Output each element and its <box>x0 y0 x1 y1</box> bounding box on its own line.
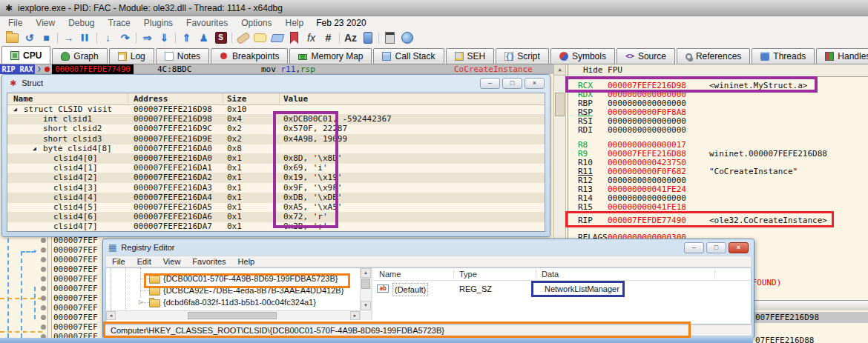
tab-source[interactable]: <>Source <box>617 48 675 64</box>
menu-favourites[interactable]: Favourites <box>180 18 234 28</box>
struct-row[interactable]: clsid4[7]000007FEFE216DA70x10x3B, ';' <box>7 222 545 232</box>
menu-plugins[interactable]: Plugins <box>137 18 180 28</box>
expand-arrow-icon[interactable]: ▷ <box>139 296 143 308</box>
struct-row[interactable]: int clsid1000007FEFE216D980x40xDCB00C01,… <box>7 114 545 124</box>
tab-seh[interactable]: SEH <box>446 48 495 64</box>
struct-row[interactable]: clsid4[4]000007FEFE216DA40x10xDB, '\xDB' <box>7 193 545 203</box>
stack-selected-row[interactable]: 007FEFE216D98 <box>752 312 868 323</box>
tree-expander-icon[interactable]: ◢ <box>13 104 17 114</box>
breakpoint-dot-icon[interactable] <box>45 67 50 72</box>
memory-icon[interactable] <box>381 30 398 45</box>
scrollbar-thumb[interactable] <box>555 93 565 116</box>
scroll-down-icon[interactable]: ▼ <box>361 301 371 310</box>
calculator-icon[interactable] <box>359 30 376 45</box>
menu-debug[interactable]: Debug <box>62 18 101 28</box>
column-header-address[interactable]: Address <box>134 93 168 104</box>
step-into-icon[interactable]: ↓ <box>99 30 116 45</box>
registry-menu-file[interactable]: File <box>106 257 131 266</box>
menu-help[interactable]: Help <box>279 18 311 28</box>
struct-row[interactable]: clsid4[1]000007FEFE216DA10x10x69, 'i' <box>7 163 545 173</box>
pane-divider[interactable] <box>371 268 372 320</box>
column-header-name[interactable]: Name <box>379 268 401 280</box>
font-icon[interactable]: Aᴢ <box>342 30 359 45</box>
step-over-icon[interactable]: ↷ <box>116 30 134 45</box>
menu-file[interactable]: File <box>1 18 29 28</box>
pause-icon[interactable]: ▌▌ <box>77 30 94 45</box>
registry-titlebar[interactable]: ▦ Registry Editor <box>103 239 754 255</box>
tab-script[interactable]: {}Script <box>496 48 549 64</box>
tab-breakpoints[interactable]: Breakpoints <box>211 48 288 64</box>
label-icon[interactable] <box>269 30 286 45</box>
title-bar[interactable]: ✱ iexplore.exe - PID: FAC - Module: ole3… <box>0 0 868 16</box>
menu-options[interactable]: Options <box>234 18 278 28</box>
registry-value-row[interactable]: ab (Default) REG_SZ NetworkListManager <box>373 283 751 295</box>
menu-view[interactable]: View <box>29 18 62 28</box>
minimize-button[interactable]: – <box>480 78 500 89</box>
hide-fpu-button[interactable]: Hide FPU <box>568 64 868 77</box>
minimize-button[interactable]: – <box>684 242 704 253</box>
maximize-button[interactable]: □ <box>502 78 522 89</box>
register-r15[interactable]: R15000000000041FE18 <box>568 203 868 212</box>
tab-notes[interactable]: Notes <box>156 48 209 64</box>
struct-row[interactable]: short clsid3000007FEFE216D9E0x20x4A9B, 1… <box>7 134 545 144</box>
hash-icon[interactable]: # <box>320 30 337 45</box>
struct-row[interactable]: clsid4[0]000007FEFE216DA00x10x8D, '\x8D' <box>7 153 545 164</box>
tab-symbols[interactable]: Symbols <box>550 48 615 64</box>
struct-row[interactable]: clsid4[3]000007FEFE216DA30x10x9F, '\x9F' <box>7 183 545 193</box>
internet-icon[interactable] <box>398 30 415 45</box>
tab-references[interactable]: References <box>677 48 750 64</box>
tree-item[interactable]: {DCBCA92E-7DBE-4eda-8B7B-3AAEA4DD412B} <box>106 284 360 296</box>
tree-item[interactable]: ▷{dcbd6fa8-032f-11d3-b5b1-00c04fc324a1} <box>106 296 360 308</box>
disassembly-selected-row[interactable]: RIP RAX ❯ 000007FEFDE77490 4C:8BDC mov r… <box>0 64 553 74</box>
tab-memory-map[interactable]: Memory Map <box>289 48 372 64</box>
scrollbar-up-icon[interactable]: ▲ <box>554 64 565 76</box>
scrollbar-thumb[interactable] <box>361 279 370 289</box>
column-header-name[interactable]: Name <box>13 93 33 104</box>
scroll-up-icon[interactable]: ▲ <box>361 268 371 278</box>
maximize-button[interactable]: □ <box>706 242 726 253</box>
restart-icon[interactable]: ↺ <box>21 30 38 45</box>
struct-row[interactable]: short clsid2000007FEFE216D9C0x20x570F, 2… <box>7 124 545 134</box>
step-out-icon[interactable]: ⇓ <box>156 30 173 45</box>
value-name[interactable]: (Default) <box>392 283 428 296</box>
close-button[interactable]: × <box>729 242 749 253</box>
registry-menu-help[interactable]: Help <box>232 257 261 266</box>
register-rip[interactable]: RIP000007FEFDE77490<ole32.CoCreateInstan… <box>568 216 868 225</box>
register-rdi[interactable]: RDI0000000000000000 <box>568 126 868 135</box>
run-icon[interactable]: → <box>60 30 77 45</box>
open-file-icon[interactable] <box>4 30 21 45</box>
bookmark-icon[interactable] <box>286 30 303 45</box>
tab-log[interactable]: Log <box>109 48 154 64</box>
tab-handles[interactable]: Handles <box>816 48 868 64</box>
patch-icon[interactable] <box>234 30 251 45</box>
tab-call-stack[interactable]: Call Stack <box>373 48 444 64</box>
struct-row[interactable]: clsid4[5]000007FEFE216DA50x10xA5, '\xA5' <box>7 202 545 213</box>
column-header-type[interactable]: Type <box>459 268 477 280</box>
run-to-user-code-icon[interactable]: ⇒ <box>139 30 156 45</box>
tab-cpu[interactable]: CPU <box>1 46 50 64</box>
scrollbar-thumb[interactable] <box>188 312 277 319</box>
tree-vertical-scrollbar[interactable]: ▲ ▼ <box>360 268 371 320</box>
debug-user-icon[interactable]: ♟ <box>195 30 212 45</box>
column-header-data[interactable]: Data <box>542 268 559 280</box>
struct-window-titlebar[interactable]: ✱ Struct <box>2 75 550 91</box>
stepping-badge-icon[interactable]: S <box>212 30 229 45</box>
close-button[interactable]: × <box>525 78 545 89</box>
scroll-right-icon[interactable]: ► <box>350 311 360 320</box>
tree-expander-icon[interactable]: ◢ <box>33 144 36 153</box>
tree-item-selected[interactable]: {DCB00C01-570F-4A9B-8D69-199FDBA5723B} <box>106 273 360 284</box>
registry-menu-view[interactable]: View <box>157 257 187 266</box>
column-header-value[interactable]: Value <box>283 93 308 104</box>
stack-pane-splitter[interactable] <box>752 300 868 310</box>
comment-icon[interactable] <box>251 30 269 45</box>
tab-threads[interactable]: Threads <box>752 48 815 64</box>
function-icon[interactable]: fx <box>303 30 320 45</box>
scroll-left-icon[interactable]: ◄ <box>106 311 116 320</box>
registry-menu-edit[interactable]: Edit <box>131 257 157 266</box>
execute-till-return-icon[interactable]: ⇑ <box>178 30 195 45</box>
registry-menu-favorites[interactable]: Favorites <box>186 257 231 266</box>
struct-row[interactable]: ◢byte clsid4[8]000007FEFE216DA00x8 <box>7 144 545 154</box>
tree-horizontal-scrollbar[interactable]: ◄ ► <box>106 310 360 320</box>
struct-row[interactable]: ◢struct CLSID visit000007FEFE216D980x10 <box>7 104 545 115</box>
menu-trace[interactable]: Trace <box>102 18 137 28</box>
